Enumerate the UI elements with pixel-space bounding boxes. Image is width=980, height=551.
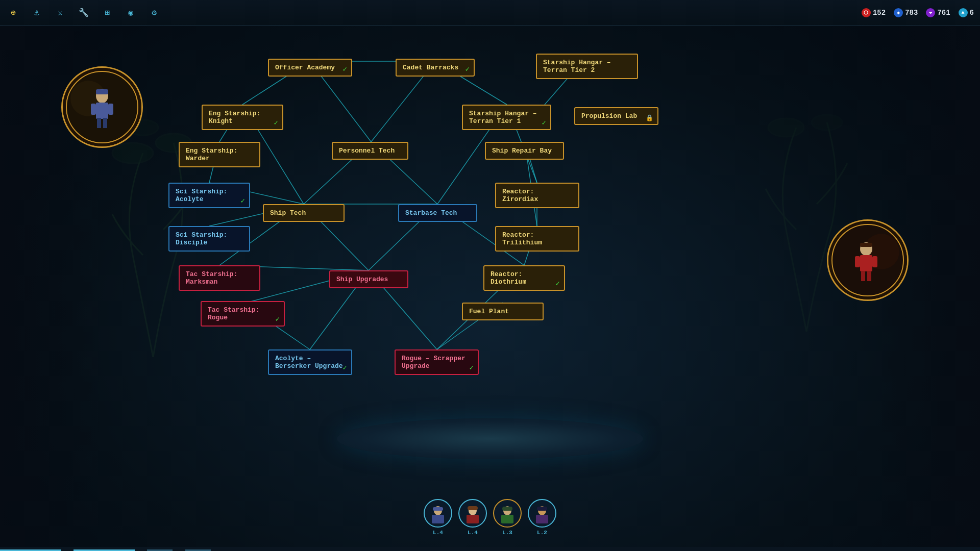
- fuel-plant-label: Fuel Plant: [469, 308, 509, 315]
- cadet-barracks-check: ✓: [465, 65, 470, 73]
- acolyte-berserker-label: Acolyte – Berserker Upgrade: [275, 355, 343, 370]
- portrait-2-level: L.4: [468, 530, 478, 536]
- ship-upgrades-label: Ship Upgrades: [336, 276, 388, 283]
- starship-hangar-t2-label: Starship Hangar – Terran Tier 2: [543, 59, 611, 74]
- eng-knight-check: ✓: [274, 118, 278, 127]
- weapons-icon[interactable]: ⚔: [53, 6, 67, 20]
- acolyte-berserker-check: ✓: [343, 363, 347, 372]
- reactor-diothrium-node[interactable]: Reactor: Diothrium ✓: [483, 265, 565, 291]
- mineral-icon: ⬡: [862, 8, 871, 17]
- ship-repair-bay-label: Ship Repair Bay: [492, 147, 552, 155]
- target-icon[interactable]: ⊕: [6, 6, 20, 20]
- ship-tech-label: Ship Tech: [270, 209, 306, 217]
- svg-rect-65: [536, 515, 548, 523]
- starship-hangar-t1-label: Starship Hangar – Terran Tier 1: [469, 110, 537, 125]
- svg-rect-62: [501, 515, 513, 523]
- portrait-1-level: L.4: [433, 530, 443, 536]
- tech-tree: Officer Academy ✓ Cadet Barracks ✓ Stars…: [0, 26, 980, 551]
- propulsion-lab-node[interactable]: Propulsion Lab 🔒: [574, 107, 658, 125]
- mineral-value: 152: [873, 9, 886, 17]
- portrait-icon[interactable]: ◉: [124, 6, 138, 20]
- mineral-resource: ⬡ 152: [862, 8, 886, 17]
- starbase-tech-label: Starbase Tech: [405, 209, 457, 217]
- rare-value: 6: [970, 9, 974, 17]
- tac-rogue-label: Tac Starship: Rogue: [208, 306, 259, 321]
- ship-icon[interactable]: ⚓: [30, 6, 44, 20]
- energy-resource: ❤ 761: [926, 8, 950, 17]
- bottom-portrait-4[interactable]: L.2: [528, 499, 556, 536]
- rare-resource: ▲ 6: [959, 8, 974, 17]
- reactor-trilithium-label: Reactor: Trilithium: [502, 231, 542, 246]
- tools-icon[interactable]: 🔧: [77, 6, 91, 20]
- sci-starship-disciple-node[interactable]: Sci Starship: Disciple: [168, 226, 250, 252]
- sci-starship-acolyte-node[interactable]: Sci Starship: Acolyte ✓: [168, 183, 250, 208]
- energy-icon: ❤: [926, 8, 935, 17]
- sci-disciple-label: Sci Starship: Disciple: [176, 231, 227, 246]
- nav-icons: ⊕ ⚓ ⚔ 🔧 ⊞ ◉ ⚙: [6, 6, 161, 20]
- reactor-diothrium-check: ✓: [556, 279, 560, 288]
- grid-icon[interactable]: ⊞: [100, 6, 114, 20]
- svg-rect-56: [432, 515, 444, 523]
- rogue-scrapper-node[interactable]: Rogue – Scrapper Upgrade ✓: [395, 349, 479, 375]
- personnel-tech-node[interactable]: Personnel Tech: [332, 142, 408, 160]
- reactor-zirordiax-label: Reactor: Zirordiax: [502, 188, 538, 203]
- starship-hangar-t2-node[interactable]: Starship Hangar – Terran Tier 2: [536, 54, 638, 79]
- tac-marksman-label: Tac Starship: Marksman: [186, 270, 237, 286]
- rogue-scrapper-label: Rogue – Scrapper Upgrade: [402, 355, 465, 370]
- bottom-portrait-2[interactable]: L.4: [458, 499, 487, 536]
- officer-academy-node[interactable]: Officer Academy ✓: [268, 59, 352, 77]
- rare-icon: ▲: [959, 8, 968, 17]
- portrait-2-img[interactable]: [458, 499, 487, 528]
- portrait-4-img[interactable]: [528, 499, 556, 528]
- resources-bar: ⬡ 152 ◆ 783 ❤ 761 ▲ 6: [862, 8, 974, 17]
- portrait-3-level: L.3: [502, 530, 512, 536]
- starship-hangar-t1-node[interactable]: Starship Hangar – Terran Tier 1 ✓: [462, 105, 551, 130]
- svg-rect-64: [537, 507, 547, 511]
- hangar-t1-check: ✓: [542, 118, 546, 127]
- eng-starship-warder-label: Eng Starship: Warder: [186, 147, 237, 162]
- eng-starship-knight-node[interactable]: Eng Starship: Knight ✓: [202, 105, 283, 130]
- svg-rect-58: [468, 506, 478, 510]
- personnel-tech-label: Personnel Tech: [339, 147, 395, 155]
- svg-rect-59: [467, 515, 479, 523]
- tac-rogue-check: ✓: [276, 315, 280, 323]
- cadet-barracks-node[interactable]: Cadet Barracks ✓: [396, 59, 475, 77]
- eng-starship-warder-node[interactable]: Eng Starship: Warder: [179, 142, 260, 167]
- bottom-portraits-bar: L.4 L.4 L.3 L.2: [424, 499, 556, 536]
- tac-marksman-node[interactable]: Tac Starship: Marksman: [179, 265, 260, 291]
- bottom-portrait-3[interactable]: L.3: [493, 499, 522, 536]
- top-bar: ⊕ ⚓ ⚔ 🔧 ⊞ ◉ ⚙ ⬡ 152 ◆ 783 ❤ 761 ▲ 6: [0, 0, 980, 26]
- settings-icon[interactable]: ⚙: [147, 6, 161, 20]
- cadet-barracks-label: Cadet Barracks: [403, 64, 458, 71]
- acolyte-berserker-node[interactable]: Acolyte – Berserker Upgrade ✓: [268, 349, 352, 375]
- crystal-value: 783: [905, 9, 918, 17]
- bottom-portrait-1[interactable]: L.4: [424, 499, 452, 536]
- propulsion-lab-label: Propulsion Lab: [581, 112, 637, 120]
- propulsion-lab-lock: 🔒: [646, 114, 653, 122]
- reactor-zirordiax-node[interactable]: Reactor: Zirordiax: [495, 183, 579, 208]
- ship-repair-bay-node[interactable]: Ship Repair Bay: [485, 142, 564, 160]
- ship-tech-node[interactable]: Ship Tech: [263, 204, 345, 222]
- rogue-scrapper-check: ✓: [470, 363, 474, 372]
- energy-value: 761: [937, 9, 950, 17]
- sci-acolyte-check: ✓: [241, 196, 245, 205]
- eng-starship-knight-label: Eng Starship: Knight: [209, 110, 260, 125]
- reactor-trilithium-node[interactable]: Reactor: Trilithium: [495, 226, 579, 252]
- crystal-resource: ◆ 783: [894, 8, 918, 17]
- crystal-icon: ◆: [894, 8, 903, 17]
- portrait-4-level: L.2: [537, 530, 547, 536]
- fuel-plant-node[interactable]: Fuel Plant: [462, 303, 544, 320]
- ship-upgrades-node[interactable]: Ship Upgrades: [329, 270, 408, 288]
- starbase-tech-node[interactable]: Starbase Tech: [398, 204, 477, 222]
- svg-rect-55: [433, 507, 443, 511]
- tac-rogue-node[interactable]: Tac Starship: Rogue ✓: [201, 301, 285, 327]
- reactor-diothrium-label: Reactor: Diothrium: [491, 270, 526, 286]
- sci-acolyte-label: Sci Starship: Acolyte: [176, 188, 227, 203]
- svg-rect-61: [502, 507, 512, 511]
- portrait-1-img[interactable]: [424, 499, 452, 528]
- officer-academy-label: Officer Academy: [275, 64, 335, 71]
- portrait-3-img[interactable]: [493, 499, 522, 528]
- officer-academy-check: ✓: [343, 65, 347, 73]
